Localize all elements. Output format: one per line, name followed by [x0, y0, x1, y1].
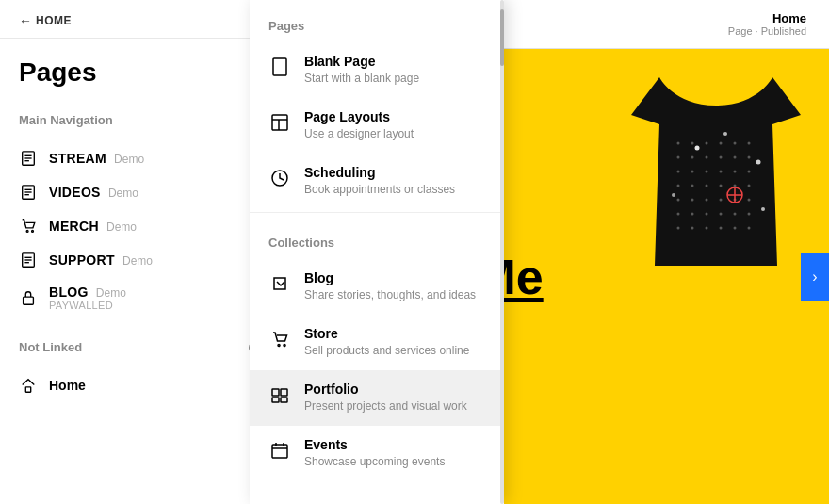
- blank-page-icon: [268, 56, 291, 78]
- main-nav-section: Main Navigation +: [19, 110, 282, 130]
- dropdown-item-layouts[interactable]: Page Layouts Use a designer layout: [250, 98, 504, 154]
- svg-point-38: [691, 156, 694, 159]
- not-linked-label-row: Not Linked i +: [19, 337, 282, 357]
- svg-point-77: [723, 132, 727, 136]
- nav-item-stream[interactable]: STREAM Demo: [19, 141, 282, 175]
- nav-item-blog[interactable]: BLOG Demo Paywalled: [19, 277, 282, 318]
- svg-point-76: [695, 146, 700, 151]
- merch-label: MERCH Demo: [49, 219, 137, 234]
- svg-point-71: [734, 227, 737, 230]
- svg-rect-16: [273, 58, 286, 75]
- dropdown-collections-title: Collections: [250, 217, 504, 259]
- store-cart-icon: [268, 328, 291, 350]
- blog-icon: [268, 272, 291, 295]
- svg-point-80: [761, 207, 765, 211]
- svg-point-35: [734, 142, 737, 145]
- events-icon: [268, 439, 291, 462]
- dropdown-item-scheduling[interactable]: Scheduling Book appointments or classes: [250, 154, 504, 209]
- scheduling-icon: [268, 167, 291, 189]
- dropdown-item-blank[interactable]: Blank Page Start with a blank page: [250, 42, 504, 98]
- svg-point-47: [734, 171, 737, 173]
- svg-point-8: [26, 231, 28, 233]
- blog-title: Blog: [304, 270, 485, 285]
- dropdown-item-events[interactable]: Events Showcase upcoming events: [250, 426, 504, 481]
- back-arrow-icon: ←: [19, 13, 32, 28]
- layouts-desc: Use a designer layout: [304, 126, 485, 142]
- blog-content: Blog Share stories, thoughts, and ideas: [304, 270, 485, 303]
- svg-point-57: [706, 199, 708, 202]
- lock-icon: [19, 288, 38, 307]
- svg-point-56: [691, 199, 694, 202]
- svg-point-53: [734, 185, 737, 187]
- right-arrow-button[interactable]: ›: [801, 253, 829, 301]
- blank-page-title: Blank Page: [304, 54, 485, 69]
- portfolio-icon: [268, 383, 291, 406]
- blog-desc: Share stories, thoughts, and ideas: [304, 287, 485, 303]
- events-title: Events: [304, 437, 485, 452]
- page-name: Home: [728, 11, 806, 25]
- svg-point-41: [734, 156, 737, 159]
- svg-point-58: [720, 199, 723, 202]
- svg-rect-17: [272, 115, 287, 130]
- dropdown-item-blog[interactable]: Blog Share stories, thoughts, and ideas: [250, 259, 504, 315]
- home-icon: [19, 376, 38, 395]
- back-button[interactable]: ← HOME: [19, 13, 72, 28]
- svg-rect-24: [281, 389, 287, 396]
- home-label: Home: [49, 378, 86, 393]
- support-badge: Demo: [122, 254, 153, 268]
- svg-rect-26: [281, 398, 287, 402]
- svg-point-52: [720, 185, 723, 187]
- scheduling-content: Scheduling Book appointments or classes: [304, 165, 485, 198]
- nav-item-merch[interactable]: MERCH Demo: [19, 209, 282, 243]
- svg-point-51: [706, 185, 708, 187]
- tshirt-image: [622, 58, 810, 285]
- svg-point-70: [720, 227, 723, 230]
- page-info: Home Page · Published: [728, 11, 806, 37]
- svg-point-78: [756, 160, 761, 165]
- scrollbar-track: [500, 0, 504, 504]
- nav-item-support[interactable]: SUPPORT Demo: [19, 243, 282, 277]
- svg-rect-27: [272, 445, 287, 458]
- svg-point-61: [677, 213, 680, 216]
- blank-page-desc: Start with a blank page: [304, 71, 485, 87]
- svg-rect-14: [24, 297, 34, 304]
- not-linked-section: Not Linked i + Home: [19, 337, 282, 402]
- svg-point-31: [677, 142, 680, 145]
- store-title: Store: [304, 326, 485, 341]
- svg-point-62: [691, 213, 694, 216]
- portfolio-desc: Present projects and visual work: [304, 398, 485, 415]
- nav-item-videos[interactable]: VIDEOS Demo: [19, 175, 282, 209]
- page-status: Page · Published: [728, 25, 806, 37]
- layouts-icon: [268, 111, 291, 134]
- svg-point-49: [677, 185, 680, 187]
- svg-point-32: [691, 142, 694, 145]
- merch-badge: Demo: [106, 220, 137, 234]
- dropdown-item-store[interactable]: Store Sell products and services online: [250, 315, 504, 370]
- svg-point-54: [748, 185, 751, 187]
- svg-point-33: [706, 142, 708, 145]
- svg-point-9: [32, 231, 34, 233]
- svg-point-63: [706, 213, 708, 216]
- svg-point-66: [748, 213, 751, 216]
- svg-point-44: [691, 171, 694, 173]
- svg-point-36: [748, 142, 751, 145]
- main-nav-label: Main Navigation: [19, 113, 113, 127]
- svg-point-55: [677, 199, 680, 202]
- svg-point-68: [691, 227, 694, 230]
- blank-page-content: Blank Page Start with a blank page: [304, 54, 485, 87]
- scheduling-desc: Book appointments or classes: [304, 182, 485, 198]
- svg-point-64: [720, 213, 723, 216]
- svg-point-40: [720, 156, 723, 159]
- videos-label: VIDEOS Demo: [49, 185, 138, 200]
- dropdown-pages-title: Pages: [250, 0, 504, 42]
- svg-point-50: [691, 185, 694, 187]
- svg-point-67: [677, 227, 680, 230]
- chevron-right-icon: ›: [812, 268, 817, 285]
- svg-point-45: [706, 171, 708, 173]
- svg-point-42: [748, 156, 751, 159]
- svg-point-37: [677, 156, 680, 159]
- svg-point-72: [748, 227, 751, 230]
- dropdown-item-portfolio[interactable]: Portfolio Present projects and visual wo…: [250, 370, 504, 426]
- svg-rect-15: [25, 387, 30, 392]
- nav-item-home[interactable]: Home: [19, 368, 282, 402]
